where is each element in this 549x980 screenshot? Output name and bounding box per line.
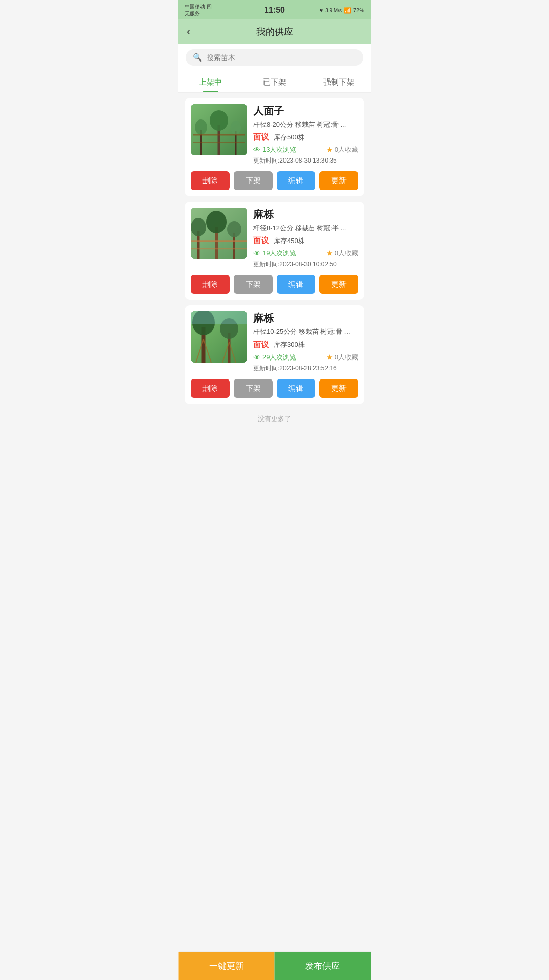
star-icon-1: ★ <box>326 145 333 154</box>
tab-forced[interactable]: 强制下架 <box>307 71 371 92</box>
eye-icon-2: 👁 <box>253 249 260 257</box>
price-2: 面议 <box>253 236 269 246</box>
stats-3: 👁 29人次浏览 ★ 0人收藏 <box>253 353 358 362</box>
product-name-2: 麻栎 <box>253 208 358 222</box>
delete-button-1[interactable]: 删除 <box>191 171 230 190</box>
back-button[interactable]: ‹ <box>187 25 190 38</box>
product-desc-2: 杆径8-12公分 移栽苗 树冠:半 ... <box>253 224 358 233</box>
update-button-3[interactable]: 更新 <box>319 379 358 398</box>
tab-offline[interactable]: 已下架 <box>242 71 307 92</box>
eye-icon-1: 👁 <box>253 146 260 154</box>
update-time-3: 更新时间:2023-08-28 23:52:16 <box>253 364 358 373</box>
view-count-2: 👁 19人次浏览 <box>253 249 296 258</box>
delete-button-3[interactable]: 删除 <box>191 379 230 398</box>
action-buttons-3: 删除 下架 编辑 更新 <box>191 379 358 398</box>
shelf-button-1[interactable]: 下架 <box>234 171 273 190</box>
update-button-2[interactable]: 更新 <box>319 275 358 294</box>
search-icon: 🔍 <box>193 53 202 62</box>
product-info-1: 人面子 杆径8-20公分 移栽苗 树冠:骨 ... 面议 库存500株 👁 13… <box>253 104 358 165</box>
product-card-2: 麻栎 杆径8-12公分 移栽苗 树冠:半 ... 面议 库存450株 👁 19人… <box>185 202 364 300</box>
stats-2: 👁 19人次浏览 ★ 0人收藏 <box>253 249 358 258</box>
product-card-3: 麻栎 杆径10-25公分 移栽苗 树冠:骨 ... 面议 库存300株 👁 29… <box>185 305 364 404</box>
product-name-3: 麻栎 <box>253 311 358 325</box>
product-name-1: 人面子 <box>253 104 358 118</box>
product-top-3: 麻栎 杆径10-25公分 移栽苗 树冠:骨 ... 面议 库存300株 👁 29… <box>191 311 358 372</box>
status-time: 11:50 <box>264 6 285 15</box>
view-count-1: 👁 13人次浏览 <box>253 145 296 154</box>
product-image-2 <box>191 208 247 259</box>
shelf-button-3[interactable]: 下架 <box>234 379 273 398</box>
edit-button-1[interactable]: 编辑 <box>277 171 316 190</box>
action-buttons-2: 删除 下架 编辑 更新 <box>191 275 358 294</box>
product-list: 人面子 杆径8-20公分 移栽苗 树冠:骨 ... 面议 库存500株 👁 13… <box>178 93 371 459</box>
price-3: 面议 <box>253 340 269 350</box>
speed-text: 3.9 M/s <box>325 8 342 13</box>
no-more-text: 没有更多了 <box>185 409 364 454</box>
batch-update-button[interactable]: 一键更新 <box>178 952 275 980</box>
stock-2: 库存450株 <box>274 236 305 246</box>
publish-supply-button[interactable]: 发布供应 <box>275 952 371 980</box>
carrier-info: 中国移动 四 无服务 <box>185 3 212 17</box>
product-image-1 <box>191 104 247 155</box>
product-desc-1: 杆径8-20公分 移栽苗 树冠:骨 ... <box>253 120 358 129</box>
view-count-3: 👁 29人次浏览 <box>253 353 296 362</box>
product-info-3: 麻栎 杆径10-25公分 移栽苗 树冠:骨 ... 面议 库存300株 👁 29… <box>253 311 358 372</box>
price-row-1: 面议 库存500株 <box>253 132 358 142</box>
action-buttons-1: 删除 下架 编辑 更新 <box>191 171 358 190</box>
eye-icon-3: 👁 <box>253 353 260 362</box>
search-input[interactable] <box>207 53 356 62</box>
price-row-3: 面议 库存300株 <box>253 340 358 350</box>
wifi-icon: 📶 <box>344 7 351 14</box>
bottom-bar: 一键更新 发布供应 <box>178 951 371 980</box>
product-desc-3: 杆径10-25公分 移栽苗 树冠:骨 ... <box>253 327 358 336</box>
product-info-2: 麻栎 杆径8-12公分 移栽苗 树冠:半 ... 面议 库存450株 👁 19人… <box>253 208 358 269</box>
shelf-button-2[interactable]: 下架 <box>234 275 273 294</box>
star-icon-2: ★ <box>326 249 333 258</box>
svg-point-5 <box>210 110 228 131</box>
stats-1: 👁 13人次浏览 ★ 0人收藏 <box>253 145 358 154</box>
svg-point-13 <box>191 218 206 236</box>
tab-bar: 上架中 已下架 强制下架 <box>178 71 371 93</box>
price-row-2: 面议 库存450株 <box>253 236 358 246</box>
stock-1: 库存500株 <box>274 133 305 142</box>
stock-3: 库存300株 <box>274 340 305 349</box>
fav-count-3: ★ 0人收藏 <box>326 353 358 362</box>
heart-icon: ♥ <box>320 7 323 13</box>
edit-button-2[interactable]: 编辑 <box>277 275 316 294</box>
tab-active[interactable]: 上架中 <box>178 71 242 92</box>
product-top-1: 人面子 杆径8-20公分 移栽苗 树冠:骨 ... 面议 库存500株 👁 13… <box>191 104 358 165</box>
product-top-2: 麻栎 杆径8-12公分 移栽苗 树冠:半 ... 面议 库存450株 👁 19人… <box>191 208 358 269</box>
delete-button-2[interactable]: 删除 <box>191 275 230 294</box>
fav-count-1: ★ 0人收藏 <box>326 145 358 154</box>
update-time-2: 更新时间:2023-08-30 10:02:50 <box>253 260 358 269</box>
svg-point-17 <box>227 221 241 237</box>
search-wrap[interactable]: 🔍 <box>186 49 363 66</box>
svg-point-3 <box>195 119 207 135</box>
search-bar: 🔍 <box>178 44 371 71</box>
svg-point-15 <box>206 211 227 233</box>
star-icon-3: ★ <box>326 353 333 362</box>
edit-button-3[interactable]: 编辑 <box>277 379 316 398</box>
status-icons: ♥ 3.9 M/s 📶 72% <box>320 7 364 14</box>
update-button-1[interactable]: 更新 <box>319 171 358 190</box>
status-bar: 中国移动 四 无服务 11:50 ♥ 3.9 M/s 📶 72% <box>178 0 371 19</box>
header: ‹ 我的供应 <box>178 19 371 44</box>
product-card-1: 人面子 杆径8-20公分 移栽苗 树冠:骨 ... 面议 库存500株 👁 13… <box>185 98 364 196</box>
battery-text: 72% <box>353 7 364 13</box>
product-image-3 <box>191 311 247 363</box>
svg-rect-30 <box>191 311 247 324</box>
fav-count-2: ★ 0人收藏 <box>326 249 358 258</box>
update-time-1: 更新时间:2023-08-30 13:30:35 <box>253 156 358 165</box>
price-1: 面议 <box>253 132 269 142</box>
svg-point-7 <box>231 121 241 135</box>
page-title: 我的供应 <box>256 26 293 38</box>
